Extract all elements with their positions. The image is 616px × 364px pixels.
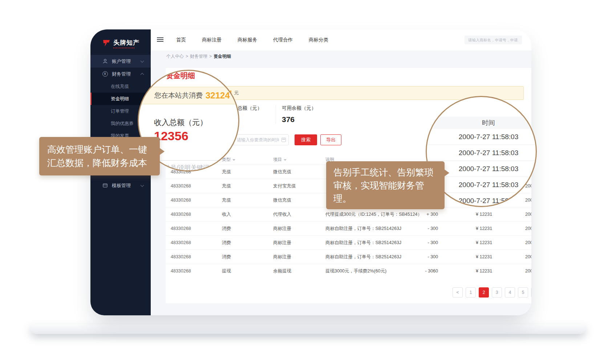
menu-icon[interactable] — [157, 37, 163, 43]
pagination-next[interactable]: > — [531, 287, 531, 298]
logo-icon — [102, 39, 111, 48]
sidebar-item-label: 模板管理 — [112, 182, 131, 189]
nav-item-trademark-service[interactable]: 商标服务 — [238, 37, 257, 43]
nav-item-agency-cooperation[interactable]: 代理合作 — [273, 37, 293, 43]
sidebar-item-online-recharge[interactable]: 在线充值 — [90, 80, 151, 93]
chevron-up-icon — [141, 73, 144, 77]
sidebar-item-template[interactable]: 模板管理 — [90, 179, 151, 192]
pagination-prev[interactable]: < — [453, 287, 463, 298]
pagination-page-2[interactable]: 2 — [479, 287, 489, 298]
magnified-stat-label: 收入总额（元） — [154, 117, 207, 128]
banner-unit: 元 — [234, 90, 239, 96]
search-button[interactable]: 搜索 — [295, 134, 317, 145]
laptop-base — [31, 324, 585, 334]
user-icon — [102, 58, 108, 64]
breadcrumb-separator: > — [209, 54, 212, 59]
magnified-time-row: 2000-7-27 11:58:03 — [427, 145, 536, 161]
sidebar-item-label: 账户管理 — [112, 58, 131, 65]
nav-item-trademark-category[interactable]: 商标分类 — [309, 37, 328, 43]
callout-left: 高效管理账户订单、一键汇总数据，降低财务成本 — [39, 137, 160, 175]
top-navigation: 首页 商标注册 商标服务 代理合作 商标分类 — [176, 29, 328, 50]
logo-dots — [113, 48, 134, 48]
pagination-page-1[interactable]: 1 — [466, 287, 476, 298]
sort-caret-icon — [284, 159, 287, 161]
pagination-page-5[interactable]: 5 — [518, 287, 528, 298]
table-row: 48330268 消费 商标注册 商标自助注册，订单号：SB2514263J -… — [166, 221, 531, 235]
pagination-page-4[interactable]: 4 — [505, 287, 515, 298]
nav-item-home[interactable]: 首页 — [176, 37, 186, 43]
header-project[interactable]: 项目 — [273, 154, 322, 165]
chevron-down-icon — [141, 59, 144, 63]
magnified-time-row: 2000-7-27 11:58:03 — [427, 129, 536, 145]
sidebar-item-finance[interactable]: ¥ 财务管理 — [90, 68, 151, 80]
pagination-page-3[interactable]: 3 — [492, 287, 502, 298]
breadcrumb-segment[interactable]: 财务管理 — [190, 54, 207, 59]
table-row: 48330268 消费 商标注册 商标自助注册，订单号：SB2514263J -… — [166, 235, 531, 250]
search-input[interactable] — [465, 36, 522, 44]
yen-circle-icon: ¥ — [102, 71, 108, 77]
callout-right: 告别手工统计、告别繁琐审核，实现智能财务管理。 — [326, 161, 445, 209]
breadcrumb: 个人中心>财务管理>资金明细 — [151, 50, 531, 62]
sort-caret-icon — [232, 159, 235, 161]
calendar-icon — [281, 138, 286, 142]
breadcrumb-segment[interactable]: 个人中心 — [166, 54, 184, 59]
table-row: 48330268 消费 商标注册 商标自助注册，订单号：SB2514263J -… — [166, 250, 531, 264]
stat-balance: 可用余额（元） 376 — [276, 105, 356, 124]
magnified-time-header: 时间 — [427, 117, 536, 129]
logo-text: 头牌知产 — [113, 39, 139, 47]
nav-item-trademark-register[interactable]: 商标注册 — [202, 37, 222, 43]
magnified-banner: 您在本站共消费 32124 元 — [138, 87, 239, 104]
logo[interactable]: 头牌知产 — [102, 39, 139, 48]
export-button[interactable]: 导出 — [320, 134, 341, 145]
topbar: 首页 商标注册 商标服务 代理合作 商标分类 — [151, 29, 531, 50]
sidebar-item-label: 财务管理 — [112, 71, 131, 77]
breadcrumb-separator: > — [186, 54, 188, 59]
time-input[interactable] — [234, 134, 289, 145]
breadcrumb-current: 资金明细 — [214, 54, 231, 59]
stage: 头牌知产 账户管理 ¥ 财务管理 — [0, 0, 616, 364]
sidebar-item-account[interactable]: 账户管理 — [90, 55, 151, 68]
template-icon — [102, 183, 108, 189]
pagination: < 1 2 3 4 5 > — [453, 287, 531, 298]
chevron-down-icon — [141, 183, 144, 187]
table-row: 48330268 提现 余额提现 提现3000元，手续费2%(60元) - 30… — [166, 264, 531, 278]
header-type[interactable]: 类型 — [222, 154, 266, 165]
